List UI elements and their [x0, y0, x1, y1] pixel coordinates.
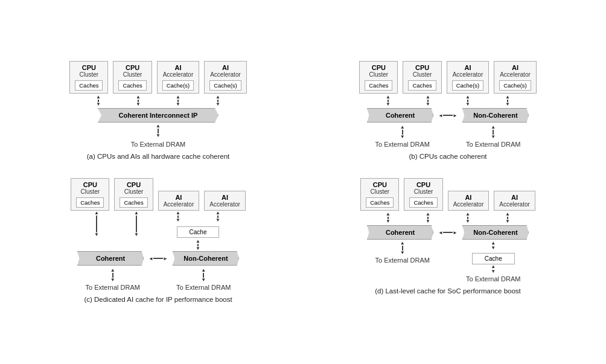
arrow-ai1-a: ▲ ▼: [161, 95, 196, 107]
arrow-dram-right-d: ▲ ▼: [487, 264, 499, 274]
dram-label-left-c: To External DRAM: [86, 284, 140, 291]
arrow-llc-top-d: ▲ ▼: [487, 241, 499, 251]
horiz-arrow-d: ◄ ►: [438, 230, 458, 235]
arrow-ai2-b: ▲ ▼: [490, 95, 525, 107]
arrow-cpu1-d: ▲ ▼: [371, 212, 406, 224]
arrow-ai2-a: ▲ ▼: [200, 95, 235, 107]
caption-d: (d) Last-level cache for SoC performance…: [375, 287, 521, 295]
horiz-arrow-c: ◄ ►: [148, 256, 168, 261]
node-ai2-a: AI Accelerator Cache(s): [204, 61, 247, 94]
dram-right-b: ▲ ▼ To External DRAM: [466, 125, 520, 148]
banner-row-c: Coherent ◄ ► Non-Coherent: [77, 251, 239, 266]
banner-row-d: Coherent ◄ ► Non-Coherent: [367, 225, 529, 240]
dram-left-c: ▲ ▼ To External DRAM: [86, 268, 140, 291]
arrow-ai-cache-c: ▲ ▼: [192, 239, 204, 251]
node-cpu2-d: CPU Cluster Caches: [404, 178, 442, 211]
diagram-a: CPU Cluster Caches CPU Cluster Caches AI…: [19, 61, 297, 160]
diagram-b: CPU Cluster Caches CPU Cluster Caches AI…: [309, 61, 587, 160]
arrow-cpu1-c: ▲ ▼: [91, 211, 103, 237]
dram-label-right-b: To External DRAM: [466, 141, 520, 148]
banner-coherent-c: Coherent: [77, 251, 144, 266]
node-ai1-b: AI Accelerator Cache(s): [447, 61, 490, 94]
nodes-row-b: CPU Cluster Caches CPU Cluster Caches AI…: [359, 61, 537, 94]
banner-noncoherent-d: Non-Coherent: [462, 225, 529, 240]
arrow-dram-left-d: ▲ ▼: [397, 241, 409, 255]
node-ai2-c: AI Accelerator: [204, 191, 246, 211]
dram-left-b: ▲ ▼ To External DRAM: [375, 125, 430, 148]
node-ai2-d: AI Accelerator: [494, 191, 535, 211]
arrow-dram-a: ▲ ▼: [152, 124, 164, 138]
main-container: CPU Cluster Caches CPU Cluster Caches AI…: [13, 49, 593, 315]
arrow-dram-left-c: ▲ ▼: [107, 268, 119, 283]
node-cpu1-c: CPU Cluster Caches: [71, 178, 109, 211]
arrow-ai1-top-c: ▲ ▼: [172, 211, 184, 223]
arrow-ai2-d: ▲ ▼: [490, 212, 525, 224]
caption-a: (a) CPUs and AIs all hardware cache cohe…: [87, 153, 230, 160]
dram-right-c: ▲ ▼ To External DRAM: [176, 268, 231, 291]
llc-cache-box-d: Cache: [472, 253, 515, 264]
dram-label-right-d: To External DRAM: [466, 275, 520, 283]
node-cpu1-a: CPU Cluster Caches: [69, 61, 108, 94]
nodes-row-a: CPU Cluster Caches CPU Cluster Caches AI…: [69, 61, 247, 94]
diagrams-grid: CPU Cluster Caches CPU Cluster Caches AI…: [19, 61, 587, 303]
banner-row-b: Coherent ◄ ► Non-Coherent: [367, 108, 529, 123]
node-cpu2-c: CPU Cluster Caches: [114, 178, 153, 211]
arrow-ai1-b: ▲ ▼: [450, 95, 485, 107]
arrow-cpu1-a: ▲ ▼: [81, 95, 116, 107]
ai-cache-box-c: Cache: [177, 226, 220, 238]
banner-noncoherent-c: Non-Coherent: [173, 251, 239, 266]
arrow-ai2-top-c: ▲ ▼: [212, 211, 224, 223]
arrow-cpu2-d: ▲ ▼: [410, 212, 445, 224]
nodes-row-c: CPU Cluster Caches CPU Cluster Caches AI…: [71, 178, 246, 211]
node-cpu2-b: CPU Cluster Caches: [403, 61, 441, 94]
horiz-arrow-b: ◄ ►: [438, 113, 458, 118]
arrow-cpu1-b: ▲ ▼: [371, 95, 406, 107]
dram-label-a: To External DRAM: [131, 141, 185, 148]
banner-coherent-b: Coherent: [367, 108, 433, 123]
arrow-cpu2-c: ▲ ▼: [130, 211, 142, 237]
node-ai1-c: AI Accelerator: [158, 191, 200, 211]
caption-c: (c) Dedicated AI cache for IP performanc…: [84, 296, 232, 303]
arrow-dram-right-c: ▲ ▼: [197, 268, 209, 283]
node-ai2-b: AI Accelerator Cache(s): [494, 61, 537, 94]
diagram-d: CPU Cluster Caches CPU Cluster Caches AI…: [309, 178, 587, 303]
arrow-dram-right-b: ▲ ▼: [487, 125, 499, 139]
arrow-cpu2-b: ▲ ▼: [410, 95, 445, 107]
dram-label-right-c: To External DRAM: [176, 284, 231, 291]
arrow-ai1-d: ▲ ▼: [450, 212, 485, 224]
diagram-c: CPU Cluster Caches CPU Cluster Caches AI…: [19, 178, 297, 303]
node-cpu1-b: CPU Cluster Caches: [359, 61, 398, 94]
node-cpu2-a: CPU Cluster Caches: [113, 61, 152, 94]
dram-label-left-b: To External DRAM: [375, 141, 430, 148]
arrow-cpu2-a: ▲ ▼: [121, 95, 156, 107]
banner-a: Coherent Interconnect IP: [98, 108, 218, 123]
caption-b: (b) CPUs cache coherent: [409, 153, 486, 160]
node-ai1-a: AI Accelerator Cache(s): [157, 61, 200, 94]
node-ai1-d: AI Accelerator: [448, 191, 490, 211]
banner-coherent-d: Coherent: [367, 225, 433, 240]
node-cpu1-d: CPU Cluster Caches: [360, 178, 399, 211]
arrow-dram-left-b: ▲ ▼: [397, 125, 409, 139]
dram-right-d: ▲ ▼ Cache ▲ ▼ To External DRAM: [466, 241, 520, 283]
dram-label-left-d: To External DRAM: [375, 257, 430, 264]
banner-noncoherent-b: Non-Coherent: [462, 108, 529, 123]
nodes-row-d: CPU Cluster Caches CPU Cluster Caches AI…: [360, 178, 535, 211]
dram-left-d: ▲ ▼ To External DRAM: [375, 241, 430, 264]
